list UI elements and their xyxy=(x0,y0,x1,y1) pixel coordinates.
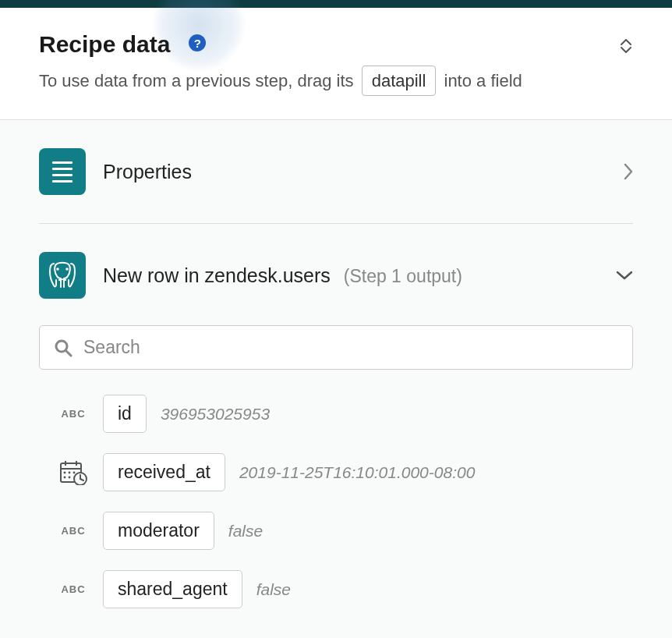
svg-point-2 xyxy=(56,341,67,352)
properties-icon xyxy=(39,148,86,195)
step1-meta: (Step 1 output) xyxy=(344,266,462,286)
search-input[interactable] xyxy=(83,337,618,358)
help-icon[interactable]: ? xyxy=(189,34,206,51)
datapill-received-at[interactable]: received_at xyxy=(103,453,225,491)
calendar-clock-icon xyxy=(59,460,87,485)
svg-point-11 xyxy=(64,476,66,478)
datapill-value: false xyxy=(228,522,263,541)
datapill-list: ABC id 396953025953 xyxy=(39,395,633,608)
postgres-icon xyxy=(39,252,86,299)
datapill-row: ABC shared_agent false xyxy=(58,570,633,608)
divider xyxy=(39,223,633,224)
svg-point-10 xyxy=(73,471,76,473)
chevron-down-icon xyxy=(616,271,633,280)
datapill-row: received_at 2019-11-25T16:10:01.000-08:0… xyxy=(58,453,633,491)
search-icon xyxy=(54,338,73,357)
subtitle-suffix: into a field xyxy=(444,71,522,90)
step1-title: New row in zendesk.users xyxy=(103,264,331,286)
section-label: New row in zendesk.users (Step 1 output) xyxy=(103,264,599,287)
elephant-icon xyxy=(48,261,76,290)
search-box[interactable] xyxy=(39,325,633,370)
datapill-shared-agent[interactable]: shared_agent xyxy=(103,570,242,608)
panel-subtitle: To use data from a previous step, drag i… xyxy=(39,66,633,96)
datapill-row: ABC moderator false xyxy=(58,512,633,550)
panel-content: Properties New row in zendesk.users xyxy=(0,120,672,638)
chevron-up-icon xyxy=(621,39,631,46)
svg-point-12 xyxy=(69,476,71,478)
section-step1[interactable]: New row in zendesk.users (Step 1 output) xyxy=(39,247,633,303)
datapill-value: 396953025953 xyxy=(161,405,270,424)
chevron-right-icon xyxy=(624,163,633,180)
top-bar xyxy=(0,0,672,8)
type-badge-date xyxy=(58,460,89,485)
svg-point-1 xyxy=(66,268,68,270)
panel-title: Recipe data xyxy=(39,31,170,58)
svg-point-0 xyxy=(57,268,58,270)
datapill-chip: datapill xyxy=(362,66,437,96)
type-badge-string: ABC xyxy=(58,525,89,537)
svg-point-9 xyxy=(69,471,71,473)
datapill-moderator[interactable]: moderator xyxy=(103,512,214,550)
section-properties[interactable]: Properties xyxy=(39,144,633,200)
chevron-down-icon xyxy=(621,46,631,53)
datapill-value: 2019-11-25T16:10:01.000-08:00 xyxy=(239,463,475,482)
datapill-value: false xyxy=(256,580,291,599)
svg-point-8 xyxy=(64,471,66,473)
collapse-toggle-icon[interactable] xyxy=(621,39,631,53)
svg-line-3 xyxy=(66,351,71,356)
panel-header: Recipe data ? To use data from a previou… xyxy=(0,8,672,120)
section-label: Properties xyxy=(103,161,607,183)
type-badge-string: ABC xyxy=(58,408,89,420)
datapill-row: ABC id 396953025953 xyxy=(58,395,633,433)
subtitle-prefix: To use data from a previous step, drag i… xyxy=(39,71,359,90)
list-icon xyxy=(52,161,73,183)
type-badge-string: ABC xyxy=(58,583,89,595)
datapill-id[interactable]: id xyxy=(103,395,147,433)
